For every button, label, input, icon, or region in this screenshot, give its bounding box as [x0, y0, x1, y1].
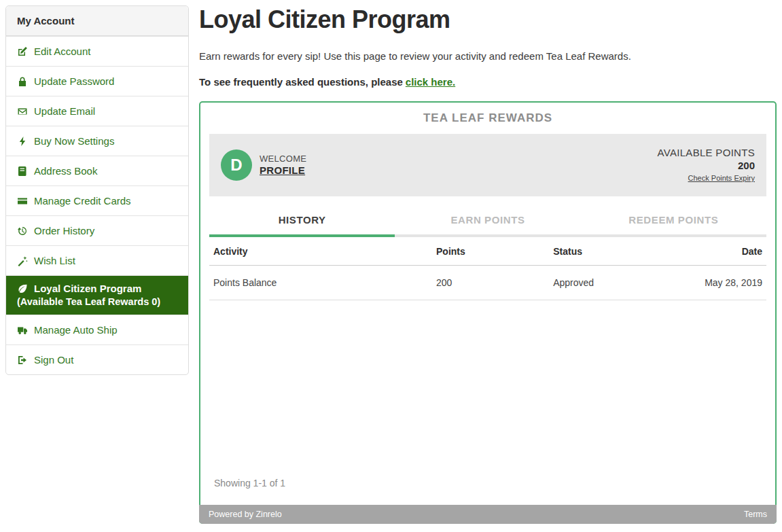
page-layout: My Account Edit Account Update Password …: [0, 0, 782, 524]
sidebar-item-address-book[interactable]: Address Book: [6, 156, 188, 185]
column-header-date: Date: [672, 237, 766, 266]
sidebar-item-wish-list[interactable]: Wish List: [6, 245, 188, 275]
table-spacer: [209, 300, 766, 478]
bolt-icon: [17, 136, 28, 147]
history-icon: [17, 226, 28, 236]
sidebar-item-loyal-citizen-program[interactable]: Loyal Citizen Program (Available Tea Lea…: [6, 275, 188, 315]
sidebar-item-label: Order History: [34, 225, 94, 236]
sidebar-item-label: Manage Auto Ship: [34, 324, 118, 336]
page-subtitle: Earn rewards for every sip! Use this pag…: [199, 50, 777, 62]
cell-date: May 28, 2019: [672, 266, 766, 300]
sidebar-item-label: Sign Out: [34, 354, 73, 366]
cell-activity: Points Balance: [209, 266, 432, 300]
column-header-activity: Activity: [209, 237, 432, 266]
sign-out-icon: [17, 355, 28, 366]
page-title: Loyal Citizen Program: [199, 5, 777, 34]
terms-link[interactable]: Terms: [744, 510, 767, 519]
available-points-label: AVAILABLE POINTS: [658, 147, 755, 158]
envelope-icon: [17, 106, 28, 117]
cell-points: 200: [432, 266, 549, 300]
sidebar-item-update-password[interactable]: Update Password: [6, 66, 188, 96]
sidebar-item-manage-credit-cards[interactable]: Manage Credit Cards: [6, 185, 188, 215]
table-header-row: Activity Points Status Date: [209, 237, 766, 266]
sidebar-title: My Account: [6, 6, 188, 36]
faq-text: To see frequently asked questions, pleas…: [199, 76, 403, 88]
welcome-label: WELCOME: [260, 154, 306, 164]
activity-table: Activity Points Status Date Points Balan…: [209, 237, 766, 300]
points-block: AVAILABLE POINTS 200 Check Points Expiry: [658, 147, 755, 183]
sidebar-item-label: Address Book: [34, 165, 97, 177]
rewards-panel: TEA LEAF REWARDS D WELCOME PROFILE AVAIL…: [199, 101, 777, 524]
leaf-icon: [17, 283, 28, 294]
lock-icon: [17, 76, 28, 87]
address-book-icon: [17, 166, 28, 177]
avatar: D: [221, 149, 252, 181]
welcome-block: WELCOME PROFILE: [260, 154, 306, 177]
available-points-value: 200: [658, 160, 755, 171]
column-header-points: Points: [432, 237, 549, 266]
sidebar-item-label: Buy Now Settings: [34, 135, 114, 147]
sidebar-item-manage-auto-ship[interactable]: Manage Auto Ship: [6, 315, 188, 344]
sidebar-item-label: Wish List: [34, 255, 75, 266]
sidebar-item-label: Update Email: [34, 105, 95, 117]
sidebar-item-sublabel: (Available Tea Leaf Rewards 0): [17, 296, 177, 307]
main-content: Loyal Citizen Program Earn rewards for e…: [199, 5, 777, 524]
truck-icon: [17, 325, 28, 336]
powered-by-label: Powered by Zinrelo: [209, 510, 282, 519]
sidebar-item-order-history[interactable]: Order History: [6, 215, 188, 245]
column-header-status: Status: [549, 237, 671, 266]
rewards-footer: Powered by Zinrelo Terms: [199, 505, 777, 524]
pagination-status: Showing 1-1 of 1: [209, 478, 766, 489]
account-sidebar: My Account Edit Account Update Password …: [5, 5, 189, 375]
sidebar-item-update-email[interactable]: Update Email: [6, 96, 188, 126]
rewards-panel-title: TEA LEAF REWARDS: [200, 103, 775, 125]
profile-link[interactable]: PROFILE: [260, 164, 305, 176]
credit-card-icon: [17, 196, 28, 207]
sidebar-item-label: Loyal Citizen Program: [34, 283, 141, 294]
sidebar-item-edit-account[interactable]: Edit Account: [6, 36, 188, 66]
cell-status: Approved: [549, 266, 671, 300]
tab-earn-points[interactable]: EARN POINTS: [395, 214, 580, 237]
check-points-expiry-link[interactable]: Check Points Expiry: [688, 174, 755, 182]
sidebar-item-buy-now-settings[interactable]: Buy Now Settings: [6, 126, 188, 156]
sidebar-item-sign-out[interactable]: Sign Out: [6, 344, 188, 374]
edit-icon: [17, 46, 28, 57]
sidebar-item-label: Update Password: [34, 75, 114, 87]
tab-redeem-points[interactable]: REDEEM POINTS: [581, 214, 766, 237]
sidebar-item-label: Manage Credit Cards: [34, 195, 131, 207]
tab-history[interactable]: HISTORY: [209, 214, 395, 237]
history-table-area: Activity Points Status Date Points Balan…: [209, 237, 766, 505]
sidebar-item-label: Edit Account: [34, 46, 90, 57]
wand-icon: [17, 255, 28, 266]
rewards-banner: D WELCOME PROFILE AVAILABLE POINTS 200 C…: [209, 134, 766, 196]
faq-click-here-link[interactable]: click here.: [406, 76, 455, 88]
faq-line: To see frequently asked questions, pleas…: [199, 76, 777, 88]
table-row: Points Balance 200 Approved May 28, 2019: [209, 266, 766, 300]
rewards-tabs: HISTORY EARN POINTS REDEEM POINTS: [209, 214, 766, 237]
